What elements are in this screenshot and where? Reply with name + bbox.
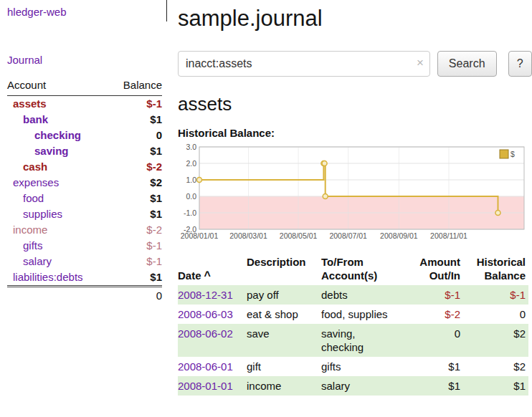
- svg-text:3.0: 3.0: [186, 143, 196, 151]
- account-link-gifts[interactable]: gifts: [23, 239, 43, 251]
- main-content: sample.journal × Search ? assets Histori…: [178, 0, 532, 396]
- svg-text:0.0: 0.0: [186, 192, 196, 201]
- account-row: bank$1: [7, 112, 162, 128]
- transaction-accounts: debts: [321, 285, 407, 305]
- svg-text:1.0: 1.0: [186, 176, 196, 184]
- transaction-amount: $1: [407, 376, 463, 396]
- account-link-salary[interactable]: salary: [23, 255, 52, 267]
- transaction-accounts: gifts: [321, 357, 407, 376]
- account-balance: $-2: [110, 159, 162, 175]
- balance-chart: 2008/01/012008/03/012008/05/012008/07/01…: [178, 143, 528, 244]
- account-balance: $2: [110, 175, 162, 191]
- account-heading: assets: [178, 93, 532, 115]
- account-link-checking[interactable]: checking: [34, 129, 81, 141]
- account-balance: $1: [110, 269, 162, 287]
- transaction-balance: $-1: [463, 285, 528, 305]
- account-balance: $-1: [110, 96, 162, 112]
- account-link-saving[interactable]: saving: [34, 145, 69, 157]
- sidebar: hledger-web Journal Account Balance asse…: [0, 0, 171, 304]
- accounts-table: Account Balance assets$-1bank$1checking0…: [7, 77, 162, 304]
- account-link-food[interactable]: food: [23, 192, 44, 204]
- help-button[interactable]: ?: [508, 51, 532, 77]
- svg-text:2008/07/01: 2008/07/01: [329, 231, 367, 240]
- transaction-description: eat & shop: [247, 305, 321, 324]
- transaction-date-link[interactable]: 2008-06-01: [178, 360, 233, 373]
- accounts-header-row: Account Balance: [7, 77, 162, 96]
- transaction-amount: $-2: [407, 305, 463, 324]
- account-link-cash[interactable]: cash: [23, 160, 47, 173]
- transaction-amount: $1: [407, 357, 463, 376]
- account-row: saving$1: [7, 143, 162, 159]
- account-row: salary$-1: [7, 254, 162, 269]
- svg-text:2008/03/01: 2008/03/01: [229, 231, 267, 240]
- svg-text:2.0: 2.0: [186, 159, 196, 168]
- transaction-balance: $2: [463, 324, 528, 357]
- transaction-balance: $2: [463, 357, 528, 376]
- transaction-accounts: salary: [321, 376, 407, 396]
- account-link-income[interactable]: income: [13, 224, 47, 236]
- register-row: 2008-12-31pay offdebts$-1$-1: [178, 285, 528, 305]
- page-title: sample.journal: [178, 6, 532, 32]
- account-row: supplies$1: [7, 206, 162, 222]
- sort-ascending-icon: ^: [204, 269, 211, 282]
- nav-journal-link[interactable]: Journal: [7, 54, 162, 66]
- account-row: gifts$-1: [7, 238, 162, 254]
- accounts-total-value: 0: [110, 287, 162, 305]
- account-link-bank[interactable]: bank: [23, 113, 48, 125]
- search-input[interactable]: [178, 51, 430, 77]
- transaction-date-link[interactable]: 2008-01-01: [178, 380, 233, 392]
- register-table-body: 2008-12-31pay offdebts$-1$-12008-06-03ea…: [178, 285, 528, 396]
- account-row: liabilities:debts$1: [7, 269, 162, 287]
- clear-search-icon[interactable]: ×: [417, 56, 424, 70]
- register-header-accounts: To/From Account(s): [321, 254, 407, 285]
- account-balance: $1: [110, 112, 162, 128]
- transaction-accounts: saving, checking: [321, 324, 407, 357]
- app-title-link[interactable]: hledger-web: [7, 6, 162, 18]
- chart-box: 2008/01/012008/03/012008/05/012008/07/01…: [178, 143, 532, 244]
- register-header-balance: Historical Balance: [463, 254, 528, 285]
- account-row: cash$-2: [7, 159, 162, 175]
- transaction-balance: 0: [463, 305, 528, 324]
- register-table: Date^ Description To/From Account(s) Amo…: [178, 254, 528, 396]
- transaction-description: income: [247, 376, 321, 396]
- register-header-amount: Amount Out/In: [407, 254, 463, 285]
- account-row: expenses$2: [7, 175, 162, 191]
- transaction-date-link[interactable]: 2008-06-03: [178, 308, 233, 320]
- account-row: assets$-1: [7, 96, 162, 112]
- account-link-assets[interactable]: assets: [13, 97, 47, 110]
- transaction-amount: $-1: [407, 285, 463, 305]
- account-balance: $-1: [110, 254, 162, 269]
- register-row: 2008-01-01incomesalary$1$1: [178, 376, 528, 396]
- transaction-date-link[interactable]: 2008-06-02: [178, 327, 233, 340]
- svg-text:-1.0: -1.0: [184, 208, 196, 217]
- svg-text:2008/05/01: 2008/05/01: [280, 231, 318, 240]
- transaction-description: gift: [247, 357, 321, 376]
- transaction-description: save: [247, 324, 321, 357]
- transaction-balance: $1: [463, 376, 528, 396]
- transaction-amount: 0: [407, 324, 463, 357]
- accounts-table-body: assets$-1bank$1checking0saving$1cash$-2e…: [7, 96, 162, 287]
- register-header-row: Date^ Description To/From Account(s) Amo…: [178, 254, 528, 285]
- svg-text:-2.0: -2.0: [184, 225, 196, 234]
- register-row: 2008-06-03eat & shopfood, supplies$-20: [178, 305, 528, 324]
- register-row: 2008-06-02savesaving, checking0$2: [178, 324, 528, 357]
- account-balance: $-1: [110, 238, 162, 254]
- account-balance: 0: [110, 128, 162, 143]
- account-link-expenses[interactable]: expenses: [13, 176, 59, 188]
- search-form: × Search ?: [178, 51, 532, 77]
- account-row: food$1: [7, 191, 162, 206]
- account-row: income$-2: [7, 222, 162, 238]
- register-header-date[interactable]: Date^: [178, 254, 247, 285]
- search-button[interactable]: Search: [437, 51, 497, 77]
- account-row: checking0: [7, 128, 162, 143]
- transaction-date-link[interactable]: 2008-12-31: [178, 289, 233, 301]
- register-header-date-label: Date: [178, 269, 201, 282]
- account-link-supplies[interactable]: supplies: [23, 208, 62, 220]
- accounts-total-row: 0: [7, 287, 162, 305]
- svg-text:2008/11/01: 2008/11/01: [430, 231, 467, 240]
- account-balance: $1: [110, 143, 162, 159]
- accounts-total-spacer: [7, 287, 110, 305]
- account-link-liabilities-debts[interactable]: liabilities:debts: [13, 271, 83, 283]
- register-row: 2008-06-01giftgifts$1$2: [178, 357, 528, 376]
- account-balance: $1: [110, 206, 162, 222]
